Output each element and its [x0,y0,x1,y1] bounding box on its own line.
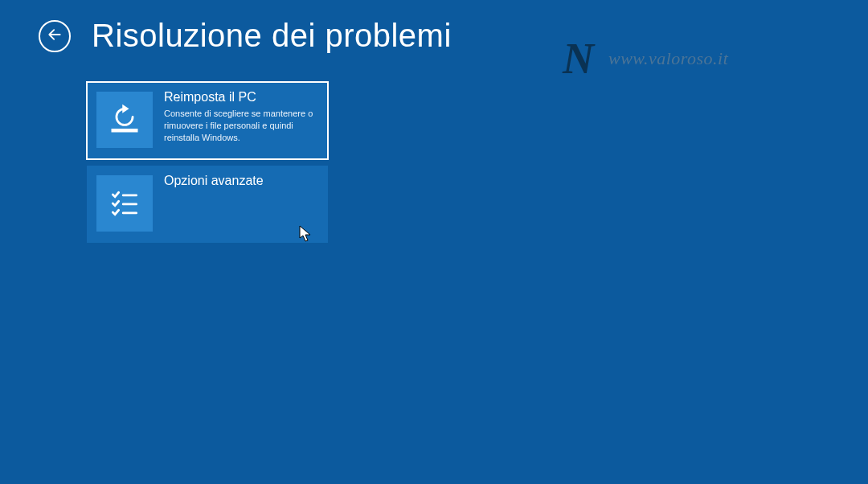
tile-text: Opzioni avanzate [153,166,328,191]
header: Risoluzione dei problemi [39,18,452,54]
watermark-logo: N [563,37,594,80]
advanced-options-icon [96,175,153,232]
tile-reset-pc[interactable]: Reimposta il PC Consente di scegliere se… [87,82,328,159]
tile-title: Reimposta il PC [164,90,318,105]
back-arrow-icon [47,27,63,46]
back-button[interactable] [39,20,71,52]
tile-list: Reimposta il PC Consente di scegliere se… [87,82,328,243]
tile-text: Reimposta il PC Consente di scegliere se… [153,82,328,144]
watermark: N www.valoroso.it [563,37,728,80]
svg-marker-1 [122,105,129,113]
watermark-url: www.valoroso.it [608,48,728,69]
reset-pc-icon [96,92,153,148]
tile-advanced-options[interactable]: Opzioni avanzate [87,166,328,243]
page-title: Risoluzione dei problemi [92,18,452,54]
tile-description: Consente di scegliere se mantenere o rim… [164,108,318,144]
tile-title: Opzioni avanzate [164,174,318,188]
